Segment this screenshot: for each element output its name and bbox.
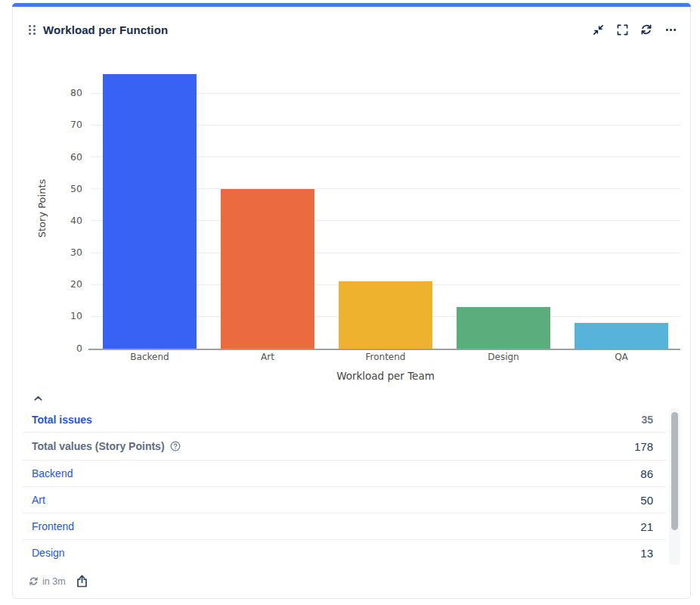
bars-row — [91, 68, 680, 349]
summary-table: Total issues35Total values (Story Points… — [23, 408, 666, 566]
refresh-countdown-text: in 3m — [42, 576, 66, 587]
y-tick-label: 0 — [76, 344, 82, 354]
header-actions — [592, 23, 677, 36]
widget-footer: in 3m — [13, 565, 689, 597]
table-row: Art50 — [23, 487, 666, 513]
x-label-backend: Backend — [91, 352, 209, 362]
auto-refresh-status: in 3m — [29, 576, 66, 587]
widget-accent-bar — [12, 3, 691, 7]
table-row: Backend86 — [23, 461, 666, 487]
row-label[interactable]: Design — [32, 547, 65, 559]
bar-qa[interactable] — [575, 323, 668, 349]
row-label: Total values (Story Points) — [32, 440, 165, 452]
x-axis-labels: BackendArtFrontendDesignQA — [91, 352, 680, 362]
bar-slot — [562, 68, 680, 349]
refresh-countdown-icon — [29, 576, 39, 586]
x-label-art: Art — [209, 352, 327, 362]
row-label[interactable]: Backend — [32, 467, 73, 479]
widget-title: Workload per Function — [43, 23, 168, 36]
row-label[interactable]: Art — [32, 494, 45, 506]
row-value: 21 — [640, 520, 653, 533]
more-options-icon[interactable] — [664, 23, 677, 36]
plot-area — [91, 68, 680, 349]
x-label-qa: QA — [562, 352, 680, 362]
help-icon[interactable] — [170, 441, 181, 451]
y-tick-label: 10 — [70, 312, 82, 322]
bar-backend[interactable] — [103, 74, 197, 349]
y-axis-ticks: 01020304050607080 — [43, 68, 82, 349]
row-value: 13 — [640, 547, 653, 560]
y-tick-label: 40 — [70, 216, 82, 226]
workload-widget: Workload per Function — [12, 3, 691, 599]
row-value: 35 — [641, 414, 653, 426]
y-tick-label: 50 — [70, 185, 82, 194]
bar-slot — [91, 68, 209, 349]
table-row: Frontend21 — [23, 513, 666, 540]
row-value: 178 — [634, 440, 653, 453]
row-value: 86 — [640, 467, 653, 480]
bar-frontend[interactable] — [339, 281, 432, 349]
bar-art[interactable] — [221, 189, 314, 349]
table-row: Total issues35 — [23, 408, 666, 433]
table-collapse-chevron-up-icon[interactable] — [33, 394, 43, 403]
bar-slot — [444, 68, 562, 349]
row-value: 50 — [640, 494, 653, 507]
fullscreen-icon[interactable] — [616, 23, 628, 36]
y-tick-label: 30 — [70, 248, 82, 258]
share-icon[interactable] — [76, 575, 88, 588]
x-label-frontend: Frontend — [327, 352, 444, 362]
table-row: Total values (Story Points) 178 — [23, 433, 666, 461]
refresh-icon[interactable] — [640, 23, 652, 36]
table-row: Design13 — [23, 540, 666, 566]
x-axis-title: Workload per Team — [91, 370, 680, 382]
widget-header: Workload per Function — [28, 20, 677, 39]
row-label[interactable]: Total issues — [32, 414, 92, 426]
collapse-icon[interactable] — [592, 23, 604, 36]
row-label[interactable]: Frontend — [32, 520, 74, 532]
x-label-design: Design — [444, 352, 562, 362]
bar-slot — [327, 68, 444, 349]
y-tick-label: 80 — [70, 88, 82, 98]
drag-handle-icon[interactable] — [28, 24, 36, 36]
bar-slot — [209, 68, 327, 349]
y-tick-label: 70 — [70, 121, 82, 131]
y-tick-label: 20 — [70, 280, 82, 290]
bar-design[interactable] — [457, 307, 550, 349]
table-scrollbar-thumb[interactable] — [671, 412, 678, 530]
y-tick-label: 60 — [70, 153, 82, 163]
table-scrollbar-track — [669, 408, 680, 566]
x-axis-line — [88, 349, 680, 350]
